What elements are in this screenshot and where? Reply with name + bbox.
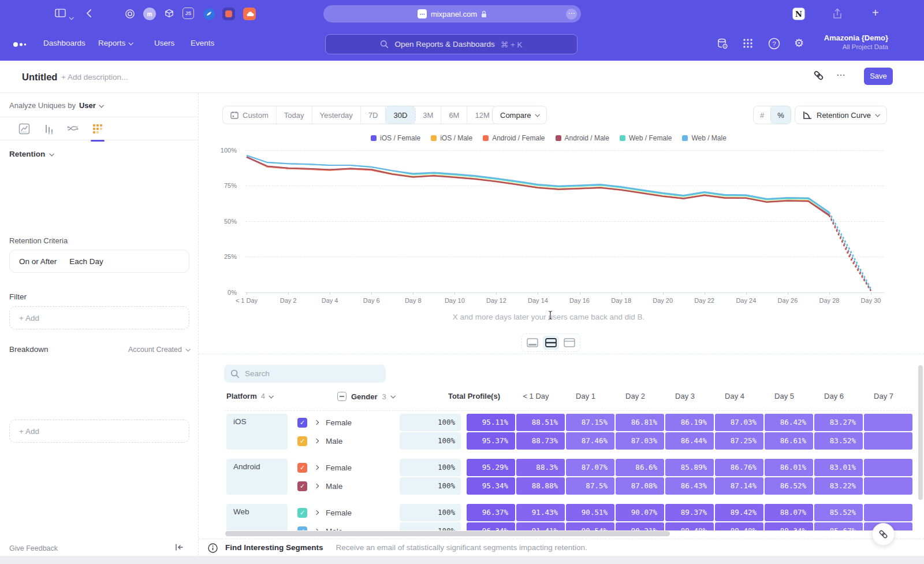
js-extension-icon[interactable]: JS (182, 8, 194, 19)
expand-chevron-icon[interactable] (314, 510, 319, 515)
absolute-values-toggle[interactable]: # (754, 106, 771, 124)
tab-insights[interactable] (17, 122, 31, 136)
minimize-window-button[interactable] (22, 10, 29, 18)
m-extension-icon[interactable]: m (143, 8, 156, 20)
retention-value-cell[interactable]: 90.07% (616, 504, 664, 521)
sidebar-toggle-icon[interactable] (55, 8, 66, 18)
global-search-button[interactable]: Open Reports & Dashboards ⌘ + K (325, 34, 578, 54)
retention-value-cell[interactable]: 86.43% (665, 477, 714, 495)
retention-value-cell[interactable]: 87.08% (616, 477, 664, 495)
legend-item[interactable]: Web / Male (682, 134, 726, 142)
layout-chart-and-table-button[interactable] (543, 336, 559, 350)
series-checkbox[interactable]: ✓ (297, 436, 307, 446)
retention-value-cell[interactable]: 88.51% (516, 414, 565, 431)
copy-link-icon[interactable] (813, 70, 824, 81)
retention-value-cell[interactable]: 88.07% (765, 504, 813, 521)
range-yesterday[interactable]: Yesterday (312, 106, 361, 124)
nav-item-users[interactable]: Users (154, 39, 174, 47)
range-7d[interactable]: 7D (361, 106, 386, 124)
retention-value-cell[interactable]: 85.52% (814, 504, 863, 521)
range-custom[interactable]: Custom (223, 106, 277, 124)
back-icon[interactable] (85, 8, 92, 18)
data-management-icon[interactable] (716, 38, 729, 50)
analyze-entity-dropdown[interactable]: User (79, 101, 96, 110)
retention-value-cell[interactable]: 86.6% (616, 459, 664, 476)
retention-value-cell[interactable]: 90.51% (566, 504, 614, 521)
nav-item-dashboards[interactable]: Dashboards (43, 39, 85, 47)
report-title[interactable]: Untitled (22, 72, 57, 83)
nav-item-events[interactable]: Events (191, 39, 214, 47)
settings-gear-icon[interactable]: ⚙ (794, 36, 804, 50)
give-feedback-link[interactable]: Give Feedback (9, 544, 58, 552)
collapse-sidebar-icon[interactable] (175, 543, 184, 551)
legend-item[interactable]: Web / Female (620, 134, 672, 142)
retention-criteria-card[interactable]: On or After Each Day (9, 250, 189, 273)
criteria-on-or-after[interactable]: On or After (19, 257, 57, 266)
tab-flows[interactable] (66, 122, 80, 136)
range-30d[interactable]: 30D (386, 106, 415, 124)
retention-value-cell[interactable]: 87.07% (566, 459, 614, 476)
criteria-each-day[interactable]: Each Day (69, 257, 103, 266)
breakdown-event-dropdown[interactable]: Account Created (128, 346, 189, 354)
retention-value-cell[interactable]: 87.46% (566, 432, 614, 450)
nav-item-reports[interactable]: Reports (98, 39, 132, 47)
retention-value-cell[interactable]: 88.3% (516, 459, 565, 476)
notion-icon[interactable]: N (792, 8, 805, 20)
expand-chevron-icon[interactable] (314, 439, 319, 443)
expand-chevron-icon[interactable] (314, 420, 319, 425)
legend-item[interactable]: Android / Male (556, 134, 609, 142)
retention-value-cell[interactable]: 83.22% (814, 477, 863, 495)
tab-retention-active[interactable] (91, 122, 105, 136)
expand-chevron-icon[interactable] (314, 529, 319, 530)
retention-value-cell[interactable]: 86.81% (616, 414, 664, 431)
retention-value-cell[interactable]: 87.03% (715, 414, 763, 431)
red-dot-extension-icon[interactable] (222, 8, 235, 20)
chart-type-dropdown[interactable]: Retention Curve (795, 106, 887, 124)
chevron-down-icon[interactable] (69, 12, 73, 22)
retention-value-cell[interactable]: 95.37% (467, 432, 515, 450)
retention-value-cell[interactable]: 87.14% (715, 477, 763, 495)
retention-value-cell[interactable]: 95.34% (467, 477, 515, 495)
bird-extension-icon[interactable] (203, 8, 215, 20)
zoom-window-button[interactable] (33, 10, 41, 18)
retention-value-cell[interactable]: 83.27% (814, 414, 863, 431)
retention-value-cell[interactable]: 91.41% (516, 522, 565, 530)
retention-value-cell[interactable]: 86.52% (765, 477, 813, 495)
retention-value-cell[interactable]: 86.44% (665, 432, 714, 450)
percent-values-toggle[interactable]: % (771, 106, 791, 124)
more-actions-icon[interactable]: … (836, 68, 846, 78)
share-icon[interactable] (832, 8, 843, 20)
target-extension-icon[interactable] (124, 8, 136, 20)
retention-value-cell[interactable]: 87.5% (566, 477, 614, 495)
gender-column-header[interactable]: Gender 3 (337, 392, 394, 401)
retention-value-cell[interactable]: 96.34% (467, 522, 515, 530)
retention-value-cell[interactable]: 90.54% (566, 522, 614, 530)
table-search-input[interactable] (224, 365, 386, 383)
series-checkbox[interactable]: ✓ (297, 481, 307, 491)
retention-value-cell[interactable]: 96.37% (467, 504, 515, 521)
close-window-button[interactable] (10, 10, 18, 18)
retention-value-cell[interactable]: 88.88% (516, 477, 565, 495)
breakdown-add-button[interactable]: + Add (9, 420, 189, 443)
tab-funnels[interactable] (42, 122, 55, 136)
retention-value-cell[interactable]: 86.01% (765, 459, 813, 476)
layout-table-only-button[interactable] (561, 336, 578, 350)
retention-value-cell[interactable]: 86.42% (765, 414, 813, 431)
share-link-fab[interactable] (872, 523, 895, 546)
range-3m[interactable]: 3M (415, 106, 441, 124)
retention-value-cell[interactable]: 89.42% (715, 504, 763, 521)
retention-value-cell[interactable]: 89.48% (715, 522, 763, 530)
filter-add-button[interactable]: + Add (9, 306, 189, 329)
expand-chevron-icon[interactable] (314, 465, 319, 470)
retention-value-cell[interactable]: 87.15% (566, 414, 614, 431)
range-today[interactable]: Today (277, 106, 312, 124)
retention-value-cell[interactable]: 83.52% (814, 432, 863, 450)
retention-value-cell[interactable]: 95.29% (467, 459, 515, 476)
retention-value-cell[interactable]: 83.01% (814, 459, 863, 476)
project-switcher[interactable]: Amazonia {Demo} All Project Data (824, 34, 888, 50)
retention-value-cell[interactable]: 91.43% (516, 504, 565, 521)
url-bar[interactable]: ⋯ mixpanel.com ⋯ (323, 5, 581, 23)
apps-grid-icon[interactable] (742, 38, 754, 49)
legend-item[interactable]: iOS / Male (431, 134, 472, 142)
cube-extension-icon[interactable] (163, 8, 176, 20)
